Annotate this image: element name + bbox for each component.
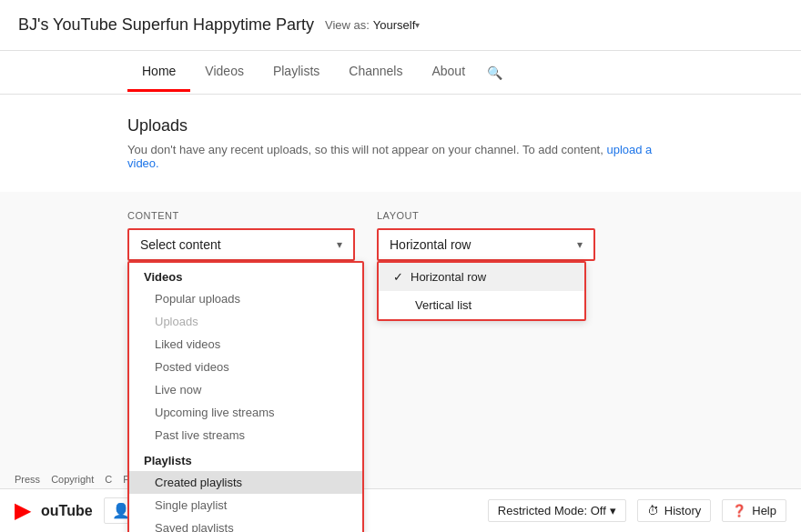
group-playlists: Playlists xyxy=(129,447,362,471)
restricted-arrow: ▾ xyxy=(610,504,616,517)
history-icon: ⏱ xyxy=(647,504,659,517)
main-content: Uploads You don't have any recent upload… xyxy=(0,95,801,192)
footer-press[interactable]: Press xyxy=(15,474,40,485)
history-label: History xyxy=(664,504,701,517)
item-uploads[interactable]: Uploads xyxy=(129,310,362,333)
content-select-placeholder: Select content xyxy=(140,237,221,252)
uploads-title: Uploads xyxy=(127,116,674,136)
layout-item-vertical[interactable]: Vertical list xyxy=(379,291,584,319)
channel-title: BJ's YouTube Superfun Happytime Party xyxy=(18,15,314,35)
restricted-mode-button[interactable]: Restricted Mode: Off ▾ xyxy=(488,499,626,522)
item-liked-videos[interactable]: Liked videos xyxy=(129,333,362,356)
restricted-label: Restricted Mode: Off xyxy=(498,504,606,517)
item-past-live-streams[interactable]: Past live streams xyxy=(129,424,362,447)
youtube-logo-partial: ▶ xyxy=(15,499,30,523)
uploads-description: You don't have any recent uploads, so th… xyxy=(127,143,674,170)
item-live-now[interactable]: Live now xyxy=(129,378,362,401)
layout-select-value: Horizontal row xyxy=(390,237,471,252)
layout-select-box[interactable]: Horizontal row ▾ xyxy=(377,228,595,261)
content-dropdown-menu: Videos Popular uploads Uploads Liked vid… xyxy=(127,261,364,532)
layout-dropdown-menu: ✓ Horizontal row Vertical list xyxy=(377,261,586,321)
group-videos: Videos xyxy=(129,263,362,287)
content-column: CONTENT Select content ▾ Videos Popular … xyxy=(127,210,355,261)
help-icon: ❓ xyxy=(732,504,746,517)
content-label: CONTENT xyxy=(127,210,355,221)
footer-links: Press Copyright C Privacy Policy & Safet… xyxy=(0,470,801,488)
page-wrapper: BJ's YouTube Superfun Happytime Party Vi… xyxy=(0,0,801,532)
item-posted-videos[interactable]: Posted videos xyxy=(129,356,362,378)
top-bar: BJ's YouTube Superfun Happytime Party Vi… xyxy=(0,0,801,51)
item-popular-uploads[interactable]: Popular uploads xyxy=(129,287,362,310)
content-layout-section: CONTENT Select content ▾ Videos Popular … xyxy=(0,192,801,279)
view-as-value: Yourself xyxy=(373,18,416,32)
footer-copyright[interactable]: Copyright xyxy=(51,474,94,485)
content-select-arrow: ▾ xyxy=(337,238,342,251)
layout-item-horizontal[interactable]: ✓ Horizontal row xyxy=(379,263,584,291)
item-saved-playlists[interactable]: Saved playlists xyxy=(129,517,362,532)
history-button[interactable]: ⏱ History xyxy=(637,499,711,522)
help-label: Help xyxy=(752,504,776,517)
nav-tabs: Home Videos Playlists Channels About 🔍 xyxy=(0,51,801,95)
help-button[interactable]: ❓ Help xyxy=(722,499,786,522)
item-single-playlist[interactable]: Single playlist xyxy=(129,494,362,517)
item-created-playlists[interactable]: Created playlists xyxy=(129,471,362,494)
content-select-box[interactable]: Select content ▾ xyxy=(127,228,355,261)
section-row: CONTENT Select content ▾ Videos Popular … xyxy=(127,210,674,261)
view-as-label: View as: xyxy=(325,18,370,32)
check-icon: ✓ xyxy=(393,270,403,284)
footer-c[interactable]: C xyxy=(105,474,112,485)
layout-select-arrow: ▾ xyxy=(577,238,583,251)
bottom-bar: ▶ ouTube 👤 Langu Restricted Mode: Off ▾ … xyxy=(0,488,801,532)
uploads-desc-text: You don't have any recent uploads, so th… xyxy=(127,143,603,156)
item-upcoming-live-streams[interactable]: Upcoming live streams xyxy=(129,401,362,424)
layout-label: LAYOUT xyxy=(377,210,595,221)
tab-home[interactable]: Home xyxy=(127,53,190,92)
tab-about[interactable]: About xyxy=(417,53,480,92)
tab-videos[interactable]: Videos xyxy=(190,53,259,92)
layout-column: LAYOUT Horizontal row ▾ ✓ Horizontal row… xyxy=(377,210,595,261)
youtube-text: ouTube xyxy=(41,503,93,519)
tab-channels[interactable]: Channels xyxy=(334,53,417,92)
tab-playlists[interactable]: Playlists xyxy=(259,53,334,92)
layout-horizontal-label: Horizontal row xyxy=(411,270,486,284)
layout-vertical-label: Vertical list xyxy=(415,298,471,312)
search-icon[interactable]: 🔍 xyxy=(480,55,510,91)
view-as-arrow[interactable]: ▾ xyxy=(415,20,420,30)
